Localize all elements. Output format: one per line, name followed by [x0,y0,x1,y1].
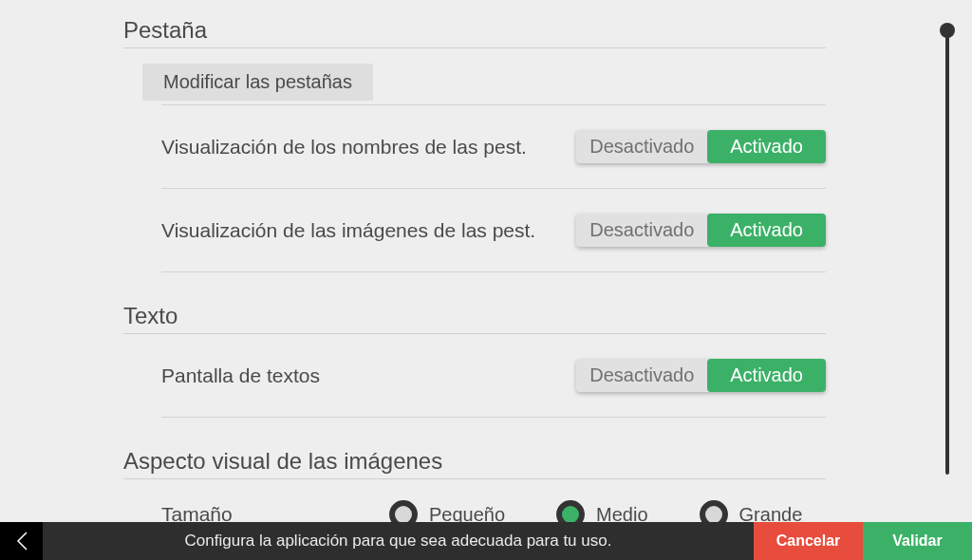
radio-icon [700,500,728,522]
toggle-group-tab-names: Desactivado Activado [576,130,826,163]
row-label: Visualización de las imágenes de las pes… [161,219,535,242]
settings-scroll-area[interactable]: Pestaña Modificar las pestañas Visualiza… [0,0,944,522]
toggle-off[interactable]: Desactivado [576,214,707,247]
toggle-group-tab-images: Desactivado Activado [576,214,826,247]
toggle-on[interactable]: Activado [707,359,826,392]
radio-option-medium[interactable]: Medio [556,500,647,522]
section-title-tab: Pestaña [123,0,835,47]
section-title-images: Aspecto visual de las imágenes [123,418,835,478]
radio-label-text: Grande [739,504,803,523]
bottom-bar: Configura la aplicación para que sea ade… [0,522,972,560]
row-label: Visualización de los nombres de las pest… [161,136,527,159]
row-tab-names: Visualización de los nombres de las pest… [161,105,826,188]
scrollbar-thumb[interactable] [940,23,955,38]
cancel-button[interactable]: Cancelar [754,522,863,560]
radio-label-text: Medio [596,504,647,523]
toggle-off[interactable]: Desactivado [576,359,707,392]
validate-button[interactable]: Validar [863,522,972,560]
divider [123,47,826,48]
row-label: Tamaño [161,503,389,522]
row-text-screen: Pantalla de textos Desactivado Activado [161,334,826,417]
scrollbar-track[interactable] [945,28,949,475]
chevron-left-icon [15,531,28,551]
radio-label-text: Pequeño [429,504,505,523]
row-label: Pantalla de textos [161,364,320,387]
radio-icon [556,500,585,522]
radio-icon [389,500,418,522]
row-tab-images: Visualización de las imágenes de las pes… [161,189,826,271]
toggle-on[interactable]: Activado [707,130,826,163]
back-button[interactable] [0,522,43,560]
bottom-hint: Configura la aplicación para que sea ade… [43,522,754,560]
radio-option-large[interactable]: Grande [700,500,803,522]
section-title-text: Texto [123,272,835,333]
modify-tabs-button[interactable]: Modificar las pestañas [142,64,373,101]
toggle-on[interactable]: Activado [707,214,826,247]
radio-option-small[interactable]: Pequeño [389,500,505,522]
row-image-size: Tamaño Pequeño Medio Grande [161,479,826,522]
toggle-off[interactable]: Desactivado [576,130,707,163]
toggle-group-text-screen: Desactivado Activado [576,359,826,392]
